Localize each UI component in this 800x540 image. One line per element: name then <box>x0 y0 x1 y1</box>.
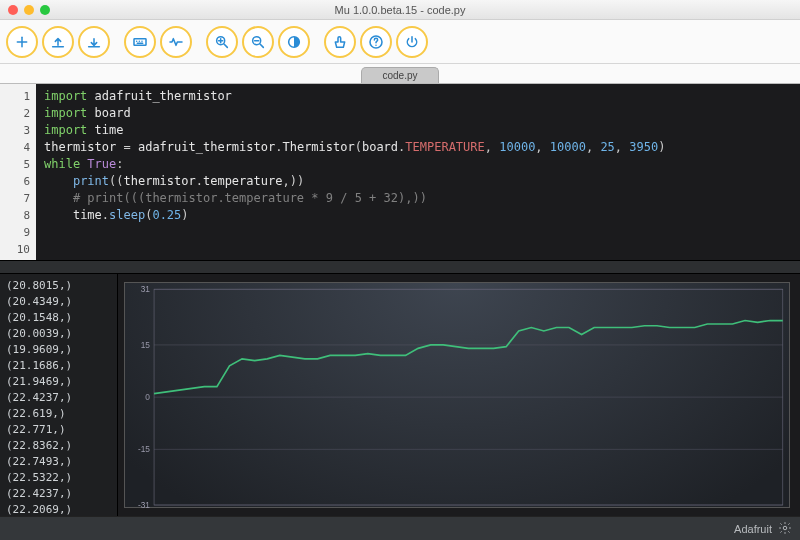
new-icon <box>14 34 30 50</box>
svg-line-12 <box>260 44 263 47</box>
save-icon <box>86 34 102 50</box>
load-button[interactable] <box>42 26 74 58</box>
serial-line: (21.1686,) <box>6 358 111 374</box>
status-bar: Adafruit <box>0 516 800 540</box>
save-button[interactable] <box>78 26 110 58</box>
window-title: Mu 1.0.0.beta.15 - code.py <box>0 4 800 16</box>
zoom-out-button[interactable] <box>242 26 274 58</box>
thumbs-up-button[interactable] <box>324 26 356 58</box>
keyboard-icon <box>132 34 148 50</box>
toolbar <box>0 20 800 64</box>
svg-text:0: 0 <box>145 392 150 402</box>
serial-line: (21.9469,) <box>6 374 111 390</box>
plot-svg: -31-1501531 <box>125 283 789 511</box>
contrast-button[interactable] <box>278 26 310 58</box>
help-icon <box>368 34 384 50</box>
zoom-out-icon <box>250 34 266 50</box>
serial-line: (20.8015,) <box>6 278 111 294</box>
plotter-icon <box>168 34 184 50</box>
line-gutter: 12345678910 <box>0 84 36 260</box>
serial-line: (19.9609,) <box>6 342 111 358</box>
bottom-panels: (20.8015,)(20.4349,)(20.1548,)(20.0039,)… <box>0 274 800 516</box>
serial-line: (22.2069,) <box>6 502 111 516</box>
serial-line: (22.4237,) <box>6 390 111 406</box>
serial-output[interactable]: (20.8015,)(20.4349,)(20.1548,)(20.0039,)… <box>0 274 118 516</box>
file-tab[interactable]: code.py <box>361 67 438 83</box>
power-button[interactable] <box>396 26 428 58</box>
contrast-icon <box>286 34 302 50</box>
panel-divider[interactable] <box>0 260 800 274</box>
serial-line: (22.771,) <box>6 422 111 438</box>
load-icon <box>50 34 66 50</box>
svg-text:-15: -15 <box>138 444 150 454</box>
serial-line: (22.619,) <box>6 406 111 422</box>
tab-strip: code.py <box>0 64 800 84</box>
serial-line: (20.0039,) <box>6 326 111 342</box>
svg-text:15: 15 <box>141 340 151 350</box>
window-titlebar: Mu 1.0.0.beta.15 - code.py <box>0 0 800 20</box>
svg-point-28 <box>783 526 787 530</box>
svg-rect-2 <box>134 38 146 45</box>
zoom-in-icon <box>214 34 230 50</box>
zoom-in-button[interactable] <box>206 26 238 58</box>
svg-text:31: 31 <box>141 284 151 294</box>
mode-label: Adafruit <box>734 523 772 535</box>
keyboard-button[interactable] <box>124 26 156 58</box>
plotter-panel[interactable]: -31-1501531 <box>124 282 790 508</box>
serial-line: (22.4237,) <box>6 486 111 502</box>
help-button[interactable] <box>360 26 392 58</box>
plot-series-temperature <box>154 321 783 394</box>
code-editor[interactable]: 12345678910 import adafruit_thermistorim… <box>0 84 800 260</box>
serial-line: (22.8362,) <box>6 438 111 454</box>
plotter-button[interactable] <box>160 26 192 58</box>
serial-line: (22.5322,) <box>6 470 111 486</box>
code-area[interactable]: import adafruit_thermistorimport boardim… <box>36 84 673 260</box>
serial-line: (22.7493,) <box>6 454 111 470</box>
svg-line-8 <box>224 44 227 47</box>
new-button[interactable] <box>6 26 38 58</box>
thumbs-up-icon <box>332 34 348 50</box>
gear-icon[interactable] <box>778 521 792 537</box>
serial-line: (20.1548,) <box>6 310 111 326</box>
svg-text:-31: -31 <box>138 500 150 510</box>
power-icon <box>404 34 420 50</box>
serial-line: (20.4349,) <box>6 294 111 310</box>
